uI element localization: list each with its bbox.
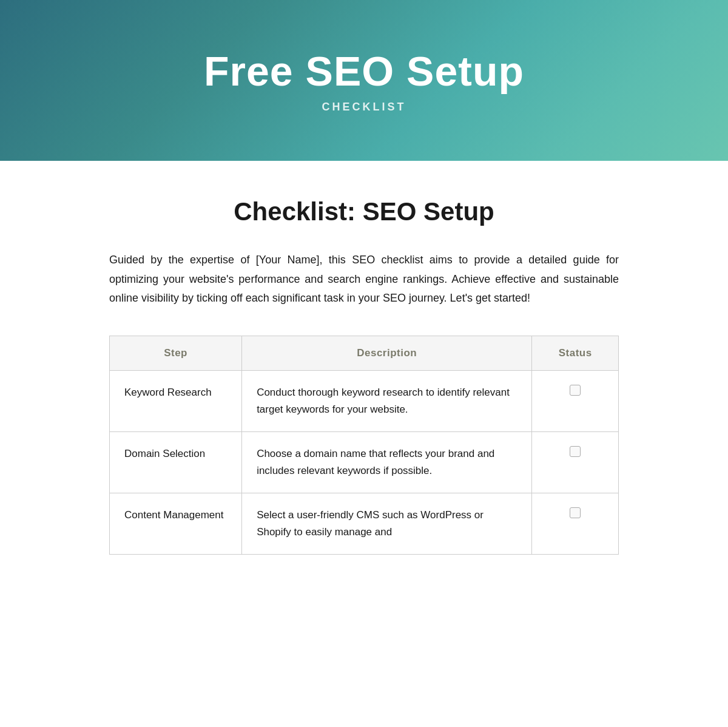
cell-step: Domain Selection — [110, 431, 242, 493]
cell-description: Choose a domain name that reflects your … — [242, 431, 532, 493]
table-row: Content ManagementSelect a user-friendly… — [110, 493, 619, 554]
cell-step: Content Management — [110, 493, 242, 554]
header-status: Status — [532, 336, 619, 370]
cell-status[interactable] — [532, 493, 619, 554]
cell-status[interactable] — [532, 370, 619, 431]
hero-subtitle: CHECKLIST — [322, 101, 406, 113]
header-step: Step — [110, 336, 242, 370]
content-area: Checklist: SEO Setup Guided by the exper… — [61, 161, 667, 591]
cell-description: Select a user-friendly CMS such as WordP… — [242, 493, 532, 554]
checklist-table: Step Description Status Keyword Research… — [109, 336, 619, 555]
table-row: Keyword ResearchConduct thorough keyword… — [110, 370, 619, 431]
cell-description: Conduct thorough keyword research to ide… — [242, 370, 532, 431]
status-checkbox[interactable] — [570, 446, 581, 457]
intro-text: Guided by the expertise of [Your Name], … — [109, 251, 619, 308]
hero-title: Free SEO Setup — [204, 47, 524, 95]
cell-step: Keyword Research — [110, 370, 242, 431]
hero-banner: Free SEO Setup CHECKLIST — [0, 0, 728, 161]
cell-status[interactable] — [532, 431, 619, 493]
table-header-row: Step Description Status — [110, 336, 619, 370]
header-description: Description — [242, 336, 532, 370]
status-checkbox[interactable] — [570, 385, 581, 396]
checklist-heading: Checklist: SEO Setup — [109, 197, 619, 226]
status-checkbox[interactable] — [570, 507, 581, 518]
table-row: Domain SelectionChoose a domain name tha… — [110, 431, 619, 493]
